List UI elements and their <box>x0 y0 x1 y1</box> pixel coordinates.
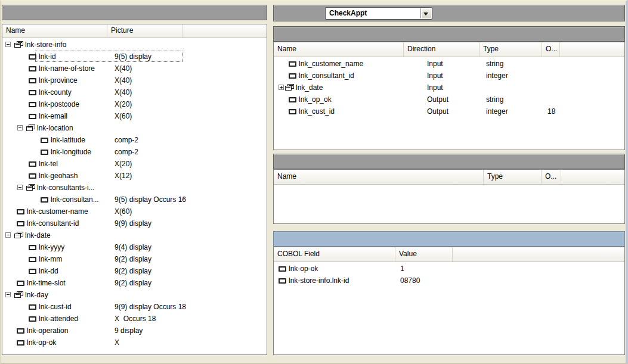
table-row[interactable]: lnk_cust_idOutputinteger18 <box>274 105 624 117</box>
field-icon <box>289 61 296 67</box>
tree-row[interactable]: lnk-customer-nameX(60) <box>2 206 267 217</box>
field-icon <box>29 257 36 262</box>
tree-row[interactable]: lnk-store-info <box>2 39 267 51</box>
column-header-name[interactable]: Name <box>274 170 484 184</box>
field-icon <box>29 114 36 119</box>
picture-value: X(40) <box>115 74 132 86</box>
column-header-filler <box>182 24 267 38</box>
table-row[interactable]: lnk_dateInput <box>274 82 624 94</box>
tree-row[interactable]: lnk-countyX(40) <box>2 86 267 98</box>
expander-minus-icon[interactable] <box>5 232 11 238</box>
column-header-o-[interactable]: O... <box>542 42 560 57</box>
field-icon <box>29 245 36 250</box>
tree-row[interactable]: lnk-operation9 display <box>2 325 267 337</box>
column-header-name[interactable]: Name <box>2 24 107 38</box>
group-icon <box>285 84 295 92</box>
column-header-name[interactable]: Name <box>274 42 404 57</box>
tree-row[interactable]: lnk-cust-id9(9) display Occurs 18 <box>2 301 267 313</box>
tree-row[interactable]: lnk-mm9(2) display <box>2 253 267 265</box>
tree-row[interactable]: lnk-consultants-i... <box>2 182 267 194</box>
column-header-type[interactable]: Type <box>484 170 542 184</box>
tree-row[interactable]: lnk-dd9(2) display <box>2 265 267 277</box>
tree-row[interactable]: lnk-day <box>2 289 267 301</box>
tree-row[interactable]: lnk-yyyy9(4) display <box>2 241 267 253</box>
combo-dropdown-button[interactable] <box>420 8 431 18</box>
tree-row[interactable]: lnk-id9(5) display <box>2 51 267 63</box>
tree-row[interactable]: lnk-location <box>2 122 267 134</box>
expander-minus-icon[interactable] <box>5 42 11 47</box>
tree-row[interactable]: lnk-longitudecomp-2 <box>2 146 267 158</box>
tree-row[interactable]: lnk-emailX(60) <box>2 110 267 122</box>
field-name: lnk_cust_id <box>299 105 335 117</box>
table-row[interactable]: lnk_customer_nameInputstring <box>274 58 624 70</box>
interface-fields-column-header: NameDirectionTypeO... <box>274 42 624 57</box>
field-icon <box>29 66 36 71</box>
field-icon <box>41 138 48 143</box>
column-header-direction[interactable]: Direction <box>404 42 479 57</box>
tree-row[interactable]: lnk-consultan...9(5) display Occurs 16 <box>2 194 267 206</box>
expander-plus-icon[interactable] <box>279 85 284 90</box>
tree-row[interactable]: lnk-op-okX <box>2 337 267 349</box>
field-icon <box>41 150 48 155</box>
tree-item-label: lnk-operation <box>27 325 68 337</box>
field-icon <box>17 328 24 334</box>
tree-item-label: lnk-attended <box>39 313 78 325</box>
tree-row[interactable]: lnk-provinceX(40) <box>2 74 267 86</box>
table-row[interactable]: lnk_op_okOutputstring <box>274 94 624 105</box>
tree-row[interactable]: lnk-consultant-id9(9) display <box>2 217 267 229</box>
field-icon <box>29 90 36 95</box>
field-icon <box>29 316 36 322</box>
expander-minus-icon[interactable] <box>17 125 23 130</box>
cobol-assignments-table: COBOL FieldValue lnk-op-ok1lnk-store-inf… <box>273 247 625 355</box>
column-header-cobol-field[interactable]: COBOL Field <box>274 247 395 262</box>
field-icon <box>289 73 296 79</box>
tree-item-label: lnk-geohash <box>39 170 78 182</box>
column-header-o-[interactable]: O... <box>542 170 561 184</box>
interface-fields-table: NameDirectionTypeO... lnk_customer_nameI… <box>273 42 625 150</box>
tree-row[interactable]: lnk-postcodeX(20) <box>2 98 267 110</box>
field-icon <box>29 54 36 60</box>
tree-row[interactable]: lnk-date <box>2 229 267 241</box>
column-header-filler <box>453 247 624 262</box>
column-header-value[interactable]: Value <box>395 247 453 262</box>
cobol-structure-tree: NamePicture lnk-store-infolnk-id9(5) dis… <box>2 24 267 355</box>
picture-value: X(20) <box>115 158 132 170</box>
table-row[interactable]: lnk_consultant_idInputinteger <box>274 70 624 82</box>
field-icon <box>29 304 36 310</box>
field-icon <box>17 281 24 286</box>
tree-item-label: lnk-tel <box>39 158 58 170</box>
tree-row[interactable]: lnk-telX(20) <box>2 158 267 170</box>
picture-value: 9(9) display Occurs 18 <box>115 301 186 313</box>
tree-row[interactable]: lnk-geohashX(12) <box>2 170 267 182</box>
tree-item-label: lnk-yyyy <box>39 241 64 253</box>
cobol-field-name: lnk-op-ok <box>289 263 318 275</box>
tree-row[interactable]: lnk-latitudecomp-2 <box>2 134 267 146</box>
table-row[interactable]: lnk-store-info.lnk-id08780 <box>274 275 624 287</box>
picture-value: X(60) <box>115 206 132 217</box>
operation-select[interactable]: CheckAppt <box>325 7 432 20</box>
tree-row[interactable]: lnk-time-slot9(2) display <box>2 277 267 289</box>
field-icon <box>29 161 36 167</box>
tree-rows: lnk-store-infolnk-id9(5) displaylnk-name… <box>2 39 267 349</box>
field-name: lnk_customer_name <box>299 58 363 70</box>
tree-item-label: lnk-time-slot <box>27 277 66 289</box>
expander-minus-icon[interactable] <box>17 185 23 190</box>
reusable-fields-table: NameTypeO... <box>273 169 625 224</box>
field-icon <box>29 102 36 107</box>
tree-item-label: lnk-store-info <box>25 39 66 51</box>
reusable-fields-header: Reusable Fields <box>273 154 625 169</box>
column-header-type[interactable]: Type <box>479 42 542 57</box>
tree-row[interactable]: lnk-name-of-storeX(40) <box>2 63 267 74</box>
table-row[interactable]: lnk-op-ok1 <box>274 263 624 275</box>
field-icon <box>279 266 286 272</box>
field-icon <box>17 340 24 346</box>
tree-row[interactable]: lnk-attendedX Occurs 18 <box>2 313 267 325</box>
expander-minus-icon[interactable] <box>5 292 11 297</box>
reusable-fields-column-header: NameTypeO... <box>274 170 624 185</box>
picture-value: X Occurs 18 <box>115 313 156 325</box>
column-header-picture[interactable]: Picture <box>107 24 182 38</box>
picture-value: 9(2) display <box>115 253 151 265</box>
tree-item-label: lnk-op-ok <box>27 337 56 349</box>
picture-value: comp-2 <box>115 146 138 158</box>
field-icon <box>29 78 36 83</box>
